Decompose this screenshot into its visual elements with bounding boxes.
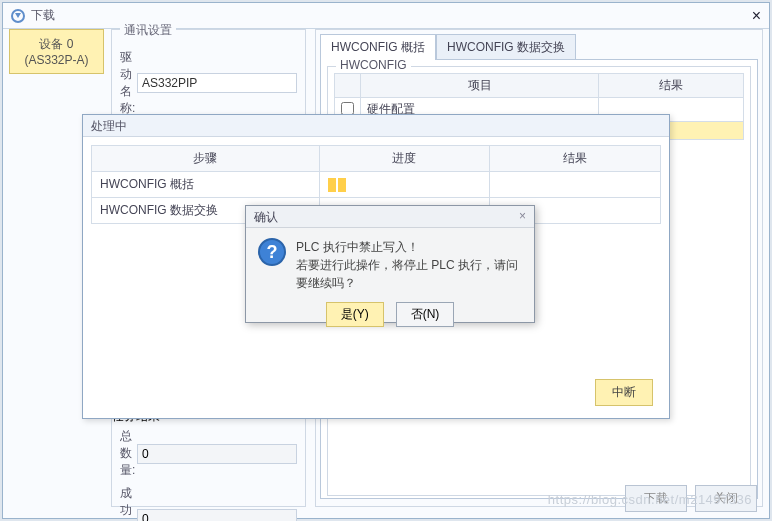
ok-output [137,509,297,521]
row-checkbox[interactable] [341,102,354,115]
download-button[interactable]: 下载 [625,485,687,512]
col-result: 结果 [599,74,744,98]
confirm-message: PLC 执行中禁止写入！ 若要进行此操作，将停止 PLC 执行，请问要继续吗？ [296,238,522,292]
processing-title[interactable]: 处理中 [83,115,669,137]
confirm-dialog: 确认 × ? PLC 执行中禁止写入！ 若要进行此操作，将停止 PLC 执行，请… [245,205,535,323]
proc-result1 [490,172,661,198]
confirm-titlebar[interactable]: 确认 × [246,206,534,228]
total-output [137,444,297,464]
footer-buttons: 下载 关闭 [625,485,757,512]
col-step: 步骤 [92,146,320,172]
confirm-line1: PLC 执行中禁止写入！ [296,238,522,256]
abort-button[interactable]: 中断 [595,379,653,406]
driver-input[interactable] [137,73,297,93]
col-result: 结果 [490,146,661,172]
total-label: 总数量: [120,428,137,479]
col-check [335,74,361,98]
col-progress: 进度 [319,146,490,172]
confirm-title: 确认 [254,209,278,224]
confirm-close-icon[interactable]: × [519,209,526,224]
titlebar[interactable]: 下载 × [3,3,769,29]
close-icon[interactable]: × [752,7,761,25]
tab-summary[interactable]: HWCONFIG 概括 [320,34,436,60]
tab-bar: HWCONFIG 概括 HWCONFIG 数据交换 [320,34,758,60]
yes-button[interactable]: 是(Y) [326,302,384,327]
device-item[interactable]: 设备 0 (AS332P-A) [9,29,104,74]
download-icon [11,9,25,23]
window-title: 下载 [31,7,55,24]
task-results-panel: 任务结果 总数量: 成功数量: 错误数量: [111,407,306,507]
proc-step1: HWCONFIG 概括 [92,172,320,198]
col-item: 项目 [361,74,599,98]
ok-label: 成功数量: [120,485,137,521]
device-sidebar: 设备 0 (AS332P-A) [9,29,104,74]
confirm-line2: 若要进行此操作，将停止 PLC 执行，请问要继续吗？ [296,256,522,292]
question-icon: ? [258,238,286,266]
comm-title: 通讯设置 [120,22,176,39]
proc-row: HWCONFIG 概括 [92,172,661,198]
proc-progress1 [319,172,490,198]
group-title: HWCONFIG [336,58,411,72]
confirm-buttons: 是(Y) 否(N) [246,298,534,335]
close-button[interactable]: 关闭 [695,485,757,512]
no-button[interactable]: 否(N) [396,302,455,327]
tab-exchange[interactable]: HWCONFIG 数据交换 [436,34,576,60]
driver-label: 驱动名称: [120,49,137,117]
confirm-body: ? PLC 执行中禁止写入！ 若要进行此操作，将停止 PLC 执行，请问要继续吗… [246,228,534,298]
